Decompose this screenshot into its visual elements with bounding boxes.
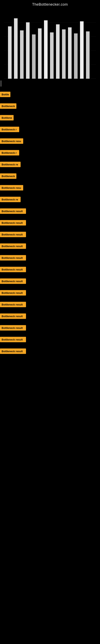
bottleneck-result-label[interactable]: Bottleneck result [0,220,26,226]
svg-rect-8 [26,22,30,79]
table-row: Bottleneck resu [0,135,100,147]
svg-rect-12 [50,32,53,79]
bottleneck-result-label[interactable]: Bottleneck result [0,244,26,249]
svg-rect-13 [56,24,60,79]
bottleneck-rows-container: BottleBottleneckBottleneBottleneck rBott… [0,88,100,357]
table-row: Bottleneck r [0,124,100,135]
bottleneck-result-label[interactable]: Bottleneck [0,104,16,109]
table-row: Bottleneck re [0,158,100,170]
bottleneck-result-label[interactable]: Bottleneck result [0,232,26,237]
table-row: Bottleneck result [0,287,100,299]
bottleneck-result-label[interactable]: Bottleneck resu [0,185,23,190]
table-row: Bottleneck [0,170,100,182]
bottleneck-result-label[interactable]: Bottleneck result [0,302,26,307]
table-row: Bottleneck result [0,275,100,287]
bottleneck-result-label[interactable]: Bottlene [0,115,14,120]
bottleneck-result-label[interactable]: Bottleneck result [0,314,26,319]
bottleneck-result-label[interactable]: Bottleneck result [0,348,26,354]
table-row: Bottleneck resu [0,182,100,194]
chart-svg [4,10,96,79]
table-row: Bottleneck result [0,228,100,240]
table-row: Bottleneck [0,100,100,112]
table-row: Bottleneck result [0,299,100,310]
svg-rect-7 [20,30,24,79]
svg-rect-10 [38,28,42,79]
bottleneck-result-label[interactable]: Bottleneck result [0,267,26,272]
bottleneck-result-label[interactable]: Bottleneck result [0,325,26,331]
vertical-indicator [1,80,1,86]
svg-rect-5 [8,26,12,79]
bottleneck-result-label[interactable]: Bottleneck result [0,208,26,214]
site-title: TheBottlenecker.com [0,0,100,8]
table-row: Bottleneck r [0,147,100,158]
table-row: Bottleneck result [0,345,100,357]
svg-rect-18 [86,32,90,79]
svg-rect-16 [74,34,78,79]
table-row: Bottlene [0,112,100,124]
bottleneck-result-label[interactable]: Bottleneck result [0,255,26,260]
table-row: Bottleneck result [0,217,100,228]
table-row: Bottleneck result [0,264,100,275]
chart-area [4,10,96,79]
bottleneck-result-label[interactable]: Bottleneck [0,174,16,179]
bottleneck-result-label[interactable]: Bottleneck result [0,337,26,342]
svg-rect-9 [32,34,36,79]
svg-rect-17 [80,21,84,79]
bottleneck-result-label[interactable]: Bottleneck r [0,127,19,132]
bottleneck-result-label[interactable]: Bottle [0,92,10,97]
svg-rect-6 [14,18,18,79]
bottleneck-result-label[interactable]: Bottleneck result [0,290,26,296]
bottleneck-result-label[interactable]: Bottleneck resu [0,138,23,144]
table-row: Bottleneck result [0,252,100,264]
svg-rect-15 [68,27,72,79]
table-row: Bottleneck result [0,322,100,334]
table-row: Bottleneck result [0,240,100,252]
svg-rect-11 [44,20,48,79]
bottleneck-result-label[interactable]: Bottleneck result [0,278,26,284]
svg-rect-14 [62,30,66,79]
table-row: Bottleneck re [0,194,100,205]
bottleneck-result-label[interactable]: Bottleneck r [0,150,19,156]
table-row: Bottleneck result [0,334,100,345]
table-row: Bottle [0,88,100,100]
table-row: Bottleneck result [0,310,100,322]
bottleneck-result-label[interactable]: Bottleneck re [0,197,21,202]
bottleneck-result-label[interactable]: Bottleneck re [0,162,21,167]
table-row: Bottleneck result [0,205,100,217]
